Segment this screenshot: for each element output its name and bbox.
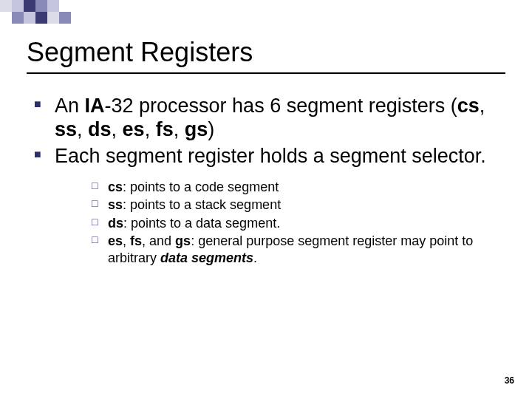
page-number: 36 (505, 375, 514, 386)
title-rule (27, 72, 505, 74)
sub-bullet-item: ds: points to a data segment. (92, 215, 505, 232)
bullet-item: Each segment register holds a segment se… (34, 145, 505, 266)
sub-bullet-item: cs: points to a code segment (92, 179, 505, 196)
slide-content: Segment Registers An IA-32 processor has… (27, 37, 505, 269)
sub-bullet-item: es, fs, and gs: general purpose segment … (92, 233, 505, 266)
sub-bullet-item: ss: points to a stack segment (92, 197, 505, 214)
bullet-item: An IA-32 processor has 6 segment registe… (34, 95, 505, 142)
corner-decoration (0, 0, 71, 24)
slide-title: Segment Registers (27, 37, 505, 68)
sub-bullet-list: cs: points to a code segment ss: points … (55, 179, 505, 267)
bullet-list: An IA-32 processor has 6 segment registe… (27, 95, 505, 266)
